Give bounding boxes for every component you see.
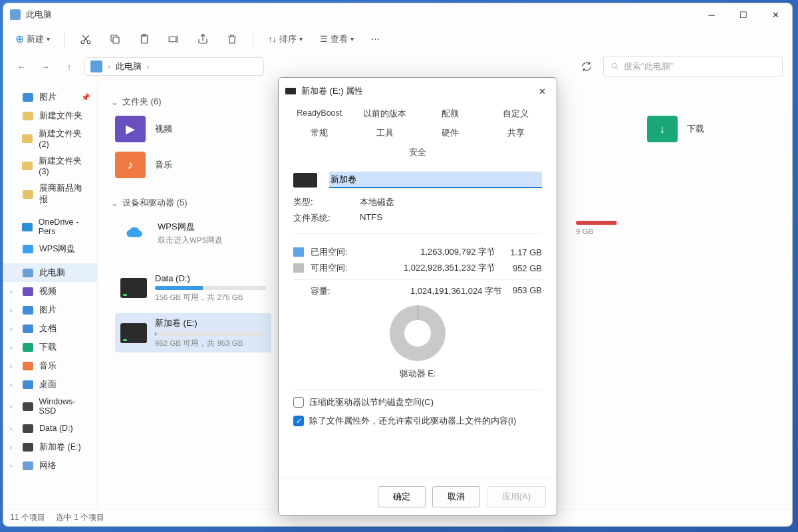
sidebar-item[interactable]: 新建文件夹 (3)	[3, 152, 97, 180]
cut-icon	[80, 33, 92, 45]
sidebar-item[interactable]: ›音乐	[3, 356, 97, 375]
properties-dialog: 新加卷 (E:) 属性 ✕ ReadyBoost以前的版本配额自定义 常规工具硬…	[278, 77, 557, 516]
sidebar-item-label: 新建文件夹	[39, 110, 82, 122]
sidebar-item[interactable]: ›下载	[3, 338, 97, 356]
new-button[interactable]: ⊕ 新建 ▾	[10, 30, 55, 48]
used-swatch	[293, 247, 304, 257]
more-button[interactable]: ⋯	[366, 31, 385, 47]
folder-downloads[interactable]: ↓ 下载	[647, 116, 767, 142]
view-label: 查看	[331, 33, 348, 45]
chevron-right-icon: ›	[10, 288, 17, 295]
chevron-down-icon: ▾	[47, 35, 50, 43]
sidebar-item-label: Windows-SSD	[39, 397, 90, 416]
toolbar: ⊕ 新建 ▾ ↑↓ 排序 ▾ ☰ 查看 ▾ ⋯	[3, 26, 792, 55]
chevron-right-icon: ›	[10, 381, 17, 388]
sidebar-item[interactable]: ›新加卷 (E:)	[3, 438, 97, 456]
sidebar-item[interactable]: ›桌面	[3, 375, 97, 394]
paste-button[interactable]	[133, 31, 156, 48]
dialog-tab[interactable]: ReadyBoost	[287, 104, 352, 124]
sidebar-item-label: OneDrive - Pers	[39, 217, 90, 236]
free-cap: 952 GB	[502, 263, 542, 273]
dialog-tab[interactable]: 自定义	[483, 104, 549, 124]
dialog-tab[interactable]: 硬件	[418, 124, 483, 143]
close-button[interactable]: ✕	[765, 8, 785, 21]
chevron-right-icon: ›	[10, 444, 17, 451]
search-input[interactable]: 搜索"此电脑"	[603, 56, 783, 77]
folder-icon	[22, 441, 34, 453]
sidebar-item[interactable]: ›Windows-SSD	[3, 394, 97, 419]
maximize-button[interactable]: ☐	[733, 8, 753, 21]
folder-music[interactable]: ♪ 音乐	[115, 152, 235, 178]
sidebar-item[interactable]: ›Data (D:)	[3, 419, 97, 438]
folder-video[interactable]: ▶ 视频	[115, 116, 235, 142]
chevron-down-icon: ▾	[299, 35, 303, 43]
refresh-button[interactable]	[577, 57, 597, 76]
free-label: 可用空间:	[311, 262, 358, 274]
sidebar-item-label: 此电脑	[39, 267, 65, 279]
share-button[interactable]	[192, 31, 214, 48]
drive-icon	[293, 173, 317, 188]
sidebar-item[interactable]: 新建文件夹 (2)	[3, 125, 97, 152]
volume-name-input[interactable]	[329, 172, 542, 188]
sort-label: 排序	[279, 33, 297, 45]
copy-button[interactable]	[104, 31, 126, 48]
up-button[interactable]: ↑	[61, 58, 78, 75]
capacity-label: 容量:	[293, 285, 358, 297]
status-selection: 选中 1 个项目	[56, 512, 104, 523]
apply-button[interactable]: 应用(A)	[487, 486, 546, 507]
drive-e-selected[interactable]: 新加卷 (E:) 952 GB 可用，共 953 GB	[115, 313, 271, 352]
dialog-tab[interactable]: 工具	[352, 124, 418, 143]
music-folder-icon: ♪	[115, 152, 146, 178]
delete-button[interactable]	[221, 31, 243, 48]
view-icon: ☰	[320, 34, 328, 44]
dialog-tab[interactable]: 以前的版本	[352, 104, 418, 124]
drive-data-d[interactable]: Data (D:) 156 GB 可用，共 275 GB	[115, 269, 271, 307]
sidebar-item[interactable]: 图片📌	[3, 88, 97, 106]
folder-icon	[22, 341, 34, 353]
sidebar-item-label: 新加卷 (E:)	[39, 442, 81, 453]
dialog-tab[interactable]: 配额	[418, 104, 483, 124]
dialog-close-button[interactable]: ✕	[534, 83, 550, 99]
minimize-button[interactable]: ─	[702, 8, 722, 21]
dialog-titlebar: 新加卷 (E:) 属性 ✕	[279, 78, 557, 104]
index-checkbox-row[interactable]: ✓ 除了文件属性外，还允许索引此驱动器上文件的内容(I)	[293, 415, 542, 427]
sidebar-item[interactable]: ›图片	[3, 301, 97, 319]
sort-icon: ↑↓	[268, 34, 277, 44]
view-button[interactable]: ☰ 查看 ▾	[315, 31, 359, 48]
chevron-down-icon: ⌄	[111, 198, 118, 208]
status-count: 11 个项目	[10, 512, 45, 523]
back-button[interactable]: ←	[13, 58, 30, 75]
cut-button[interactable]	[74, 31, 97, 48]
chevron-right-icon: ›	[10, 344, 17, 351]
sidebar-item[interactable]: ›视频	[3, 282, 97, 301]
folder-icon	[22, 285, 34, 297]
cloud-drive-wps[interactable]: WPS网盘 双击进入WPS网盘	[115, 217, 271, 249]
cancel-button[interactable]: 取消	[432, 486, 480, 507]
folder-icon	[22, 422, 34, 434]
breadcrumb[interactable]: › 此电脑 ›	[84, 57, 264, 76]
capacity-cap: 953 GB	[502, 285, 542, 297]
dialog-tab[interactable]: 共享	[483, 124, 549, 143]
folder-icon	[22, 360, 34, 372]
compress-checkbox-row[interactable]: 压缩此驱动器以节约磁盘空间(C)	[293, 396, 542, 408]
rename-icon	[168, 33, 180, 45]
window-title: 此电脑	[26, 9, 702, 21]
copy-icon	[109, 33, 121, 45]
dialog-tab[interactable]: 安全	[287, 143, 549, 162]
sidebar-item[interactable]: 新建文件夹	[3, 106, 97, 125]
sidebar-item[interactable]: 展商新品海报	[3, 180, 97, 209]
folder-icon	[21, 221, 33, 233]
checkbox-unchecked-icon	[293, 397, 304, 408]
sort-button[interactable]: ↑↓ 排序 ▾	[263, 31, 308, 48]
sidebar-item[interactable]: WPS网盘	[3, 239, 97, 258]
forward-button[interactable]: →	[37, 58, 54, 75]
sidebar-item[interactable]: OneDrive - Pers	[3, 214, 97, 239]
sidebar-item[interactable]: 此电脑	[3, 263, 97, 282]
drive-partial[interactable]: 9 GB	[571, 217, 624, 239]
rename-button[interactable]	[162, 31, 185, 48]
free-bytes: 1,022,928,351,232 字节	[365, 262, 495, 274]
sidebar-item[interactable]: ›网络	[3, 456, 97, 475]
ok-button[interactable]: 确定	[378, 486, 426, 507]
sidebar-item[interactable]: ›文档	[3, 319, 97, 338]
dialog-tab[interactable]: 常规	[287, 124, 352, 143]
